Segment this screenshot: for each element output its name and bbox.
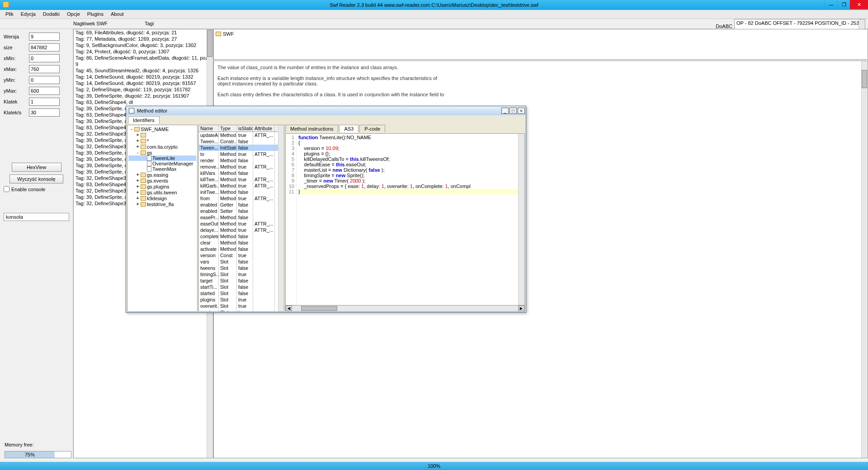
tree-row[interactable]: +gs.events	[128, 178, 196, 183]
table-row[interactable]: enabledGetterfalse	[199, 202, 284, 208]
code-content[interactable]: function TweenLite():NO_NAME{ version = …	[297, 134, 524, 305]
table-row[interactable]: easeOutMethodtrueATTR_...	[199, 221, 284, 227]
tag-item[interactable]: Tag: 83, DefineShape4, dł	[74, 99, 213, 105]
table-row[interactable]: killGarb...MethodtrueATTR_...	[199, 183, 284, 189]
tree-row[interactable]: +*	[128, 138, 196, 144]
table-row[interactable]: versionConsttrue	[199, 252, 284, 258]
tag-item[interactable]: Tag: 86, DefineSceneAndFrameLabelData, d…	[74, 55, 213, 61]
enable-console-checkbox[interactable]	[4, 186, 9, 192]
table-row[interactable]: killVarsMethodfalse	[199, 170, 284, 176]
input-size[interactable]	[29, 43, 60, 52]
horizontal-scrollbar[interactable]: ◄ ►	[285, 306, 525, 312]
hexview-button[interactable]: HexView	[12, 163, 61, 172]
tree-row[interactable]: OverwriteManager	[128, 161, 196, 166]
input-xmin[interactable]	[29, 54, 60, 62]
code-editor[interactable]: 1234567891011 function TweenLite():NO_NA…	[285, 133, 525, 306]
toggle-icon[interactable]: +	[136, 132, 140, 138]
toggle-icon[interactable]: +	[136, 172, 140, 178]
table-row[interactable]: tweensSlotfalse	[199, 265, 284, 271]
menu-dodatki[interactable]: Dodatki	[39, 10, 63, 19]
tag-item[interactable]: Tag: 24, Protect, długość: 0, pozycja: 1…	[74, 48, 213, 55]
table-row[interactable]: delaye...MethodtrueATTR_...	[199, 227, 284, 233]
toggle-icon[interactable]: +	[136, 138, 140, 144]
toggle-icon[interactable]: +	[136, 195, 140, 201]
table-row[interactable]: Tween...InitStaticfalse	[199, 145, 284, 151]
input-klateks[interactable]	[29, 108, 60, 117]
table-row[interactable]: startedSlotfalse	[199, 290, 284, 296]
table-row[interactable]: renderMethodfalse	[199, 157, 284, 164]
table-row[interactable]: easePr...Methodfalse	[199, 214, 284, 221]
tab-method-instructions[interactable]: Method instructions	[285, 125, 338, 132]
dialog-min-icon[interactable]: _	[501, 108, 509, 114]
col-name[interactable]: Name	[199, 125, 219, 132]
toggle-icon[interactable]: +	[136, 183, 140, 189]
toggle-icon[interactable]: +	[136, 178, 140, 183]
table-row[interactable]: enabledSetterfalse	[199, 208, 284, 214]
table-row[interactable]: targetSlotfalse	[199, 277, 284, 284]
tree-row[interactable]: +testdrive_fla	[128, 201, 196, 207]
tag-item[interactable]: Tag: 9, SetBackgroundColor, długość: 3, …	[74, 42, 213, 48]
dialog-close-icon[interactable]: ×	[518, 108, 525, 114]
table-row[interactable]: activateMethodfalse	[199, 246, 284, 252]
swf-tree-panel[interactable]: SWF	[213, 29, 868, 60]
col-attr[interactable]: Attribute	[253, 125, 275, 132]
tab-as3[interactable]: AS3	[339, 125, 359, 132]
toggle-icon[interactable]: +	[136, 144, 140, 150]
table-row[interactable]: killTwe...MethodtrueATTR_...	[199, 176, 284, 183]
toggle-icon[interactable]: +	[136, 201, 140, 207]
tag-item[interactable]: Tag: 45, SoundStreamHead2, długość: 4, p…	[74, 67, 213, 74]
clear-console-button[interactable]: Wyczyść konsolę	[9, 174, 63, 183]
menu-about[interactable]: About	[107, 10, 127, 19]
identifier-tree[interactable]: -SWF_NAME++*+com.lia.crypto-gsTweenLiteO…	[127, 125, 198, 312]
toggle-icon[interactable]: -	[129, 126, 133, 132]
table-row[interactable]: updateAllMethodtrueATTR_...	[199, 132, 284, 138]
scrollbar[interactable]	[861, 61, 868, 458]
tree-row[interactable]: +	[128, 132, 196, 138]
tree-row[interactable]: TweenLite	[128, 155, 196, 161]
input-wersja[interactable]	[29, 33, 60, 41]
scroll-left-icon[interactable]: ◄	[286, 306, 292, 311]
tag-item[interactable]: Tag: 77, Metadata, długość: 1269, pozycj…	[74, 36, 213, 42]
tag-item[interactable]: 9	[74, 61, 213, 67]
table-row[interactable]: timingS...Slottrue	[199, 271, 284, 277]
tree-row[interactable]: -SWF_NAME	[128, 126, 196, 132]
tab-identifiers[interactable]: Identifiers	[128, 116, 160, 124]
tree-row[interactable]: -gs	[128, 150, 196, 155]
table-row[interactable]: master...Slottrue	[199, 309, 284, 312]
input-ymax[interactable]	[29, 87, 60, 95]
dialog-title-bar[interactable]: Method editor _ □ ×	[126, 106, 526, 115]
table-row[interactable]: remove...MethodtrueATTR_...	[199, 164, 284, 170]
tab-pcode[interactable]: P-code	[359, 125, 385, 132]
menu-plik[interactable]: Plik	[2, 10, 17, 19]
tag-item[interactable]: Tag: 2, DefineShape, długość: 119, pozyc…	[74, 86, 213, 93]
col-type[interactable]: Type	[219, 125, 237, 132]
scrollbar[interactable]	[278, 125, 284, 311]
input-xmax[interactable]	[29, 65, 60, 73]
tree-row[interactable]: +com.lia.crypto	[128, 144, 196, 150]
scroll-thumb[interactable]	[301, 306, 337, 311]
tree-row[interactable]: +gs.plugins	[128, 183, 196, 189]
dialog-max-icon[interactable]: □	[509, 108, 517, 114]
scrollbar[interactable]	[518, 134, 524, 305]
console-output[interactable]: konsola	[4, 213, 69, 221]
tree-row[interactable]: +gs.easing	[128, 172, 196, 178]
toggle-icon[interactable]: -	[136, 150, 140, 155]
swf-root-label[interactable]: SWF	[223, 31, 234, 37]
maximize-button[interactable]: ❐	[837, 0, 850, 9]
table-row[interactable]: varsSlotfalse	[199, 258, 284, 265]
input-klatek[interactable]	[29, 98, 60, 106]
scroll-thumb[interactable]	[862, 70, 867, 88]
input-ymin[interactable]	[29, 76, 60, 84]
minimize-button[interactable]: —	[825, 0, 837, 9]
tag-item[interactable]: Tag: 39, DefineSprite, długość: 22, pozy…	[74, 93, 213, 99]
table-row[interactable]: fromMethodtrueATTR_...	[199, 195, 284, 202]
tree-row[interactable]: TweenMax	[128, 166, 196, 172]
table-row[interactable]: completeMethodfalse	[199, 233, 284, 240]
close-button[interactable]: ✕	[850, 0, 868, 9]
table-row[interactable]: pluginsSlottrue	[199, 296, 284, 303]
menu-edycja[interactable]: Edycja	[17, 10, 39, 19]
table-row[interactable]: Tween...Constr...false	[199, 138, 284, 145]
scroll-thumb[interactable]	[207, 30, 212, 57]
menu-plugins[interactable]: Plugins	[84, 10, 107, 19]
tag-item[interactable]: Tag: 14, DefineSound, długość: 80219, po…	[74, 80, 213, 86]
